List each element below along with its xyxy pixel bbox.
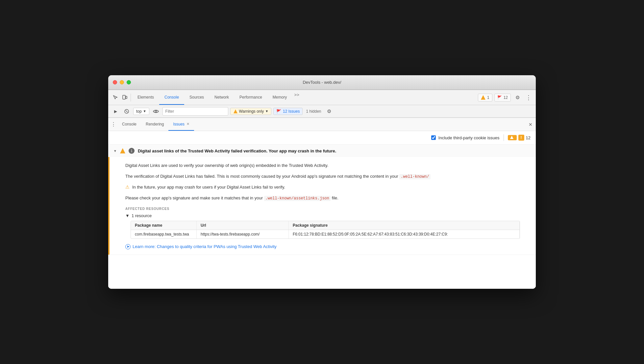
close-issues-tab-button[interactable]: ✕ (186, 122, 189, 126)
devtools-window: DevTools - web.dev/ Elements (108, 75, 536, 289)
warning-triangle-icon (481, 95, 485, 100)
flag-icon: 🚩 (497, 95, 502, 100)
issue-body: Digital Asset Links are used to verify y… (110, 157, 536, 255)
drawer-close-button[interactable]: ✕ (527, 121, 534, 128)
vertical-dots-icon: ⋮ (526, 94, 532, 101)
learn-icon: ➤ (125, 244, 131, 249)
hidden-count: 1 hidden (305, 109, 322, 114)
resource-row: com.firebaseapp.twa_tests.twa https://tw… (131, 230, 520, 239)
filter-input[interactable] (162, 107, 228, 116)
cell-url: https://twa-tests.firebaseapp.com/ (197, 230, 289, 239)
svg-marker-6 (510, 136, 513, 139)
issue-title: Digital asset links of the Trusted Web A… (138, 148, 336, 153)
warnings-count-button[interactable]: 1 (478, 94, 492, 102)
svg-rect-1 (126, 96, 127, 99)
second-toolbar: ▶ top ▼ (108, 105, 536, 118)
issue-warning-icon (120, 148, 125, 153)
clear-console-button[interactable] (122, 107, 131, 116)
issue-left-bar (108, 157, 110, 255)
cell-signature: F6:01:12:78:BD:E1:88:52:D5:0F:05:2A:5E:6… (289, 230, 520, 239)
drawer-tab-issues[interactable]: Issues ✕ (168, 118, 194, 131)
svg-line-3 (126, 110, 128, 112)
issues-count-button[interactable]: 🚩 12 (494, 94, 511, 102)
svg-marker-5 (234, 109, 237, 113)
main-tab-bar: Elements Console Sources Network Perform… (132, 90, 478, 105)
total-issues-badge: ! 12 (508, 135, 531, 141)
affected-resources: AFFECTED RESOURCES ▼ 1 resource Package … (125, 207, 520, 239)
cell-package-name: com.firebaseapp.twa_tests.twa (131, 230, 197, 239)
resource-expander[interactable]: ▼ 1 resource (125, 213, 520, 218)
issue-desc-2: The verification of Digital Asset Links … (125, 173, 520, 180)
exclamation-badge: ! (518, 135, 524, 141)
tab-performance[interactable]: Performance (234, 90, 267, 105)
code-assetlinks: .well-known/assetlinks.json (264, 196, 331, 201)
separator-issues (504, 134, 504, 141)
execute-button[interactable]: ▶ (111, 107, 120, 116)
devtools-body: Elements Console Sources Network Perform… (108, 90, 536, 289)
device-toggle-button[interactable] (120, 93, 129, 102)
top-toolbar: Elements Console Sources Network Perform… (108, 90, 536, 105)
orange-count-badge (508, 135, 517, 140)
tab-network[interactable]: Network (209, 90, 234, 105)
issues-badge-button[interactable]: 🚩 12 Issues (273, 108, 303, 115)
traffic-lights (113, 80, 131, 84)
warnings-dropdown[interactable]: Warnings only ▼ (230, 108, 272, 115)
col-header-package: Package name (131, 221, 197, 230)
drawer-menu-button[interactable]: ⋮ (110, 121, 117, 128)
window-title: DevTools - web.dev/ (303, 80, 341, 85)
drawer-tab-bar: ⋮ Console Rendering Issues ✕ ✕ (108, 118, 536, 131)
eye-button[interactable] (151, 107, 161, 116)
chevron-down-icon: ▼ (143, 109, 146, 113)
context-selector[interactable]: top ▼ (133, 108, 149, 115)
third-party-checkbox[interactable] (431, 135, 436, 140)
resource-chevron-icon: ▼ (125, 213, 130, 218)
flag-icon-issues: 🚩 (276, 109, 281, 114)
tab-memory[interactable]: Memory (267, 90, 292, 105)
issue-desc-1: Digital Asset Links are used to verify y… (125, 162, 520, 169)
tab-sources[interactable]: Sources (184, 90, 209, 105)
tab-elements[interactable]: Elements (132, 90, 159, 105)
drawer-area: ⋮ Console Rendering Issues ✕ ✕ (108, 118, 536, 289)
more-tabs-button[interactable]: >> (292, 90, 301, 99)
issue-chevron-icon: ▼ (113, 149, 117, 153)
issues-header-bar: Include third-party cookie issues ! 12 (108, 131, 536, 145)
separator-1 (131, 94, 131, 102)
warn-triangle-icon: ⚠ (125, 184, 130, 190)
settings-gear-icon: ⚙ (327, 108, 331, 114)
resource-table-header: Package name Url Package signature (131, 221, 520, 230)
gear-icon: ⚙ (515, 95, 520, 101)
close-button[interactable] (113, 80, 117, 84)
chevron-down-icon-warnings: ▼ (265, 109, 268, 113)
issues-content: Include third-party cookie issues ! 12 (108, 131, 536, 289)
inspect-element-button[interactable] (111, 93, 120, 102)
execute-icon: ▶ (114, 109, 117, 114)
issue-warning-text: In the future, your app may crash for us… (132, 184, 285, 191)
svg-rect-0 (123, 95, 125, 99)
issue-item-twa: ▼ 1 Digital asset links of the Trusted W… (108, 145, 536, 255)
title-bar: DevTools - web.dev/ (108, 75, 536, 90)
col-header-signature: Package signature (289, 221, 520, 230)
settings-button[interactable]: ⚙ (513, 93, 522, 102)
more-options-button[interactable]: ⋮ (524, 93, 533, 102)
close-icon: ✕ (529, 122, 533, 127)
learn-more-link[interactable]: ➤ Learn more: Changes to quality criteri… (125, 244, 520, 249)
console-settings-button[interactable]: ⚙ (325, 107, 334, 116)
col-header-url: Url (197, 221, 289, 230)
issue-count-circle: 1 (129, 148, 135, 154)
issue-body-wrapper: Digital Asset Links are used to verify y… (108, 157, 536, 255)
drawer-tab-console[interactable]: Console (117, 118, 141, 131)
svg-point-4 (155, 110, 157, 112)
code-well-known-path: .well-known/ (399, 174, 430, 179)
affected-resources-label: AFFECTED RESOURCES (125, 207, 520, 211)
drawer-tab-rendering[interactable]: Rendering (141, 118, 168, 131)
minimize-button[interactable] (120, 80, 124, 84)
maximize-button[interactable] (127, 80, 131, 84)
issue-desc-3: Please check your app's signature and ma… (125, 195, 520, 202)
issue-header-twa[interactable]: ▼ 1 Digital asset links of the Trusted W… (108, 145, 536, 157)
resource-table: Package name Url Package signature com.f… (131, 221, 520, 239)
tab-console[interactable]: Console (159, 90, 184, 105)
issue-warning-line: ⚠ In the future, your app may crash for … (125, 184, 520, 191)
third-party-checkbox-label[interactable]: Include third-party cookie issues (431, 135, 500, 140)
toolbar-right: 1 🚩 12 ⚙ ⋮ (478, 93, 533, 102)
